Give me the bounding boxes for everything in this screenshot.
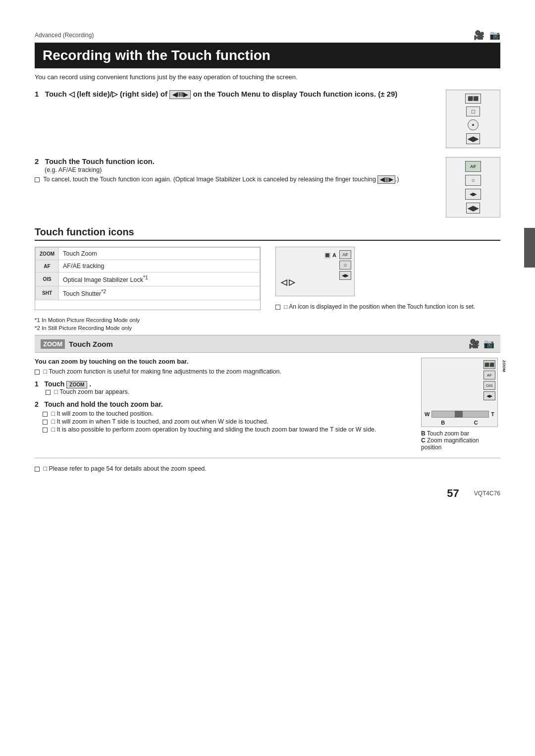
label-touch-zoom: Touch Zoom — [59, 248, 260, 260]
touch-zoom-header: ZOOM Touch Zoom 🎥 📷 — [35, 335, 500, 353]
page-number: 57 — [447, 487, 459, 500]
step1-text: 1 Touch ◁ (left side)/▷ (right side) of … — [35, 90, 437, 99]
label-af: AF/AE tracking — [59, 260, 260, 272]
breadcrumb-icons: 🎥 📷 — [474, 30, 500, 41]
zoom-t-label: ZOOM — [502, 360, 506, 372]
tz-camera-icon: 📷 — [483, 338, 494, 349]
zoom-step2-title: 2 Touch and hold the touch zoom bar. — [35, 400, 411, 408]
zoom-bar-row: W T — [425, 411, 494, 418]
checkbox-n3 — [43, 428, 48, 432]
rb-note-text: □ An icon is displayed in the position w… — [284, 303, 475, 310]
intro-text: You can record using convenient function… — [35, 73, 500, 81]
zoom-step1-num: 1 — [35, 380, 43, 388]
label-a: 🔳 A — [324, 252, 336, 259]
bottom-note: □ Please refer to page 54 for details ab… — [35, 465, 500, 472]
cam-icon-af-ae: AF — [465, 161, 481, 172]
touch-zoom-label: Touch Zoom — [69, 340, 113, 348]
step1-icon-row: ⬛⬛ ⬚ ● ◀▶ — [448, 93, 498, 145]
breadcrumb: Advanced (Recording) 🎥 📷 — [35, 30, 500, 41]
step2-note-text: To cancel, touch the Touch function icon… — [43, 176, 399, 183]
checkbox-tz — [35, 370, 40, 375]
zoom-right: ⬛⬛ AF OIS ◀▶ ZOOM W T B — [421, 358, 500, 451]
zoom-note3-a: □ It is also possible to perform zoom op… — [51, 426, 376, 433]
w-label: W — [425, 411, 429, 417]
caption-b-text: Touch zoom bar — [427, 430, 469, 437]
cam-icon-ois2: ◀▶ — [465, 189, 481, 200]
zoom-step1-note-text: □ Touch zoom bar appears. — [54, 388, 129, 395]
label-ois: Optical Image Stabilizer Lock*1 — [59, 272, 260, 286]
icons-table: ZOOM Touch Zoom AF AF/AE tracking OIS Op… — [35, 247, 261, 310]
rb-icon2: ☺ — [339, 261, 351, 270]
table-row: AF AF/AE tracking — [36, 260, 260, 272]
step2-note: To cancel, touch the Touch function icon… — [35, 175, 437, 184]
zoom-step2-note1: □ It will zoom to the touched position. — [43, 410, 411, 417]
breadcrumb-text: Advanced (Recording) — [35, 32, 94, 39]
right-display-box: AF ☺ ◀▶ 🔳 A ◁ ▷ — [275, 247, 355, 296]
icons-table-area: ZOOM Touch Zoom AF AF/AE tracking OIS Op… — [35, 247, 500, 310]
bottom-note-text: □ Please refer to page 54 for details ab… — [43, 465, 206, 472]
cam-icon-face: ☺ — [465, 175, 481, 186]
table-row: OIS Optical Image Stabilizer Lock*1 — [36, 272, 260, 286]
zoom-section: You can zoom by touching on the touch zo… — [35, 358, 500, 451]
zoom-note1-a: □ It will zoom to the touched position. — [51, 410, 153, 417]
separator — [35, 458, 500, 458]
cam-icon-1: ⬛⬛ — [465, 94, 481, 104]
camera-icon: 📷 — [489, 30, 500, 41]
step2-subtitle: (e.g. AF/AE tracking) — [45, 166, 437, 173]
zoom-step2-label: Touch and hold the touch zoom bar. — [44, 400, 162, 408]
section-title: Touch function icons — [35, 226, 500, 241]
tz-video-icon: 🎥 — [469, 338, 480, 349]
checkbox-bottom — [35, 467, 40, 472]
zci-2: AF — [483, 371, 495, 379]
step2-content: 2 Touch the Touch function icon. (e.g. A… — [35, 157, 437, 184]
table-row: SHT Touch Shutter*2 — [36, 286, 260, 300]
step1-section: 1 Touch ◁ (left side)/▷ (right side) of … — [35, 90, 500, 148]
zoom-icon-badge: ZOOM — [41, 339, 65, 349]
t-label: T — [491, 411, 494, 417]
zoom-left: You can zoom by touching on the touch zo… — [35, 358, 411, 451]
rb-icon1: AF — [339, 250, 351, 259]
zci-4: ◀▶ — [483, 391, 495, 400]
zoom-step2-note3: □ It is also possible to perform zoom op… — [43, 426, 411, 433]
zoom-step1-label: Touch — [44, 380, 66, 388]
zoom-note2-a: □ It will zoom in when T side is touched… — [51, 418, 268, 425]
label-shutter: Touch Shutter*2 — [59, 286, 260, 300]
icon-ois: OIS — [36, 272, 59, 286]
cam-icon-circle: ● — [468, 119, 479, 130]
step1-number: 1 — [35, 90, 43, 98]
cam-icon-2: ⬚ — [466, 107, 480, 116]
step1-camera-ui: ⬛⬛ ⬚ ● ◀▶ — [446, 90, 500, 148]
footnote-2: *2 In Still Picture Recording Mode only — [35, 325, 500, 331]
step2-icon-row: AF ☺ ◀▶ ◀▶ — [448, 161, 498, 214]
title-bar: Recording with the Touch function — [35, 43, 500, 68]
label-c: C — [474, 420, 478, 426]
arrows-lr: ◁ ▷ — [281, 277, 295, 287]
checkbox-tz2 — [46, 390, 51, 395]
zoom-note1-text: □ Touch zoom function is useful for maki… — [43, 368, 281, 375]
icons-table-right: AF ☺ ◀▶ 🔳 A ◁ ▷ □ An icon is displayed i… — [275, 247, 500, 310]
rb-icon3: ◀▶ — [339, 271, 351, 280]
icon-shutter: SHT — [36, 286, 59, 300]
page-title: Recording with the Touch function — [43, 48, 270, 63]
caption-c: C Zoom magnification position — [421, 437, 500, 451]
zoom-captions: B Touch zoom bar C Zoom magnification po… — [421, 430, 500, 451]
step2-number: 2 — [35, 157, 43, 165]
zoom-step1: 1 Touch ZOOM . □ Touch zoom bar appears. — [35, 380, 411, 395]
step2-camera-ui: AF ☺ ◀▶ ◀▶ — [446, 157, 500, 217]
step2-title-text: Touch the Touch function icon. — [45, 157, 155, 165]
zoom-step2: 2 Touch and hold the touch zoom bar. □ I… — [35, 400, 411, 433]
step2-title: 2 Touch the Touch function icon. — [35, 157, 437, 165]
zoom-step2-num: 2 — [35, 400, 43, 408]
zoom-bar-thumb — [455, 411, 463, 418]
page: Advanced (Recording) 🎥 📷 Recording with … — [0, 0, 535, 756]
video-icon: 🎥 — [474, 30, 484, 41]
zoom-step2-notes: □ It will zoom to the touched position. … — [43, 410, 411, 433]
touch-zoom-title: ZOOM Touch Zoom — [41, 339, 113, 349]
icon-zoom: ZOOM — [36, 248, 59, 260]
icon-af: AF — [36, 260, 59, 272]
zci-1: ⬛⬛ — [483, 360, 495, 369]
table-row: ZOOM Touch Zoom — [36, 248, 260, 260]
zoom-step2-note2: □ It will zoom in when T side is touched… — [43, 418, 411, 425]
zoom-bar — [431, 411, 489, 418]
footnote-1: *1 In Motion Picture Recording Mode only — [35, 317, 500, 323]
